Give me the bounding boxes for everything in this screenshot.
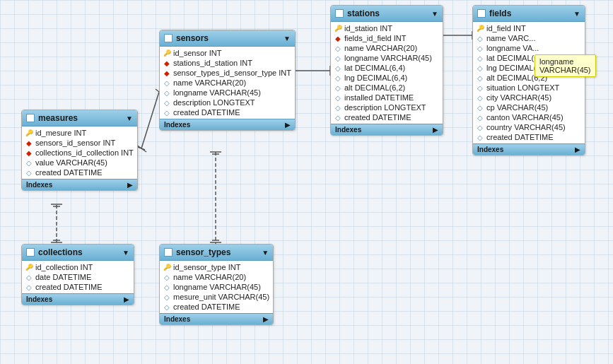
field-name: created DATETIME	[35, 283, 103, 291]
field-icon-diamond: ◇	[477, 45, 484, 52]
field-name: longname VA...	[486, 44, 539, 52]
table-fields[interactable]: fields▼🔑id_field INT◇name VARC...◇longna…	[472, 5, 585, 155]
field-name: collections_id_collection INT	[35, 148, 134, 157]
table-row: ◇canton VARCHAR(45)	[473, 112, 585, 122]
field-icon-diamond: ◇	[25, 283, 33, 290]
table-row: ◇country VARCHAR(45)	[473, 122, 585, 132]
field-name: description LONGTEXT	[173, 98, 255, 107]
header-arrow-icon[interactable]: ▼	[262, 249, 269, 257]
table-body-sensor_types: 🔑id_sensor_type INT◇name VARCHAR(20)◇lon…	[160, 261, 273, 313]
field-name: created DATETIME	[173, 303, 240, 311]
table-row: ◇mesure_unit VARCHAR(45)	[160, 292, 273, 302]
header-arrow-icon[interactable]: ▼	[431, 10, 438, 18]
header-arrow-icon[interactable]: ▼	[573, 10, 580, 18]
header-arrow-icon[interactable]: ▼	[126, 115, 133, 122]
table-icon	[26, 114, 35, 122]
tooltip: longnameVARCHAR(45)	[535, 54, 596, 77]
field-icon-fk: ◆	[334, 35, 341, 42]
table-sensor_types[interactable]: sensor_types▼🔑id_sensor_type INT◇name VA…	[159, 244, 274, 325]
field-icon-diamond: ◇	[477, 134, 484, 141]
table-row: ◇installed DATETIME	[331, 93, 443, 102]
table-footer-measures[interactable]: Indexes▶	[22, 179, 137, 190]
field-name: installed DATETIME	[344, 93, 414, 102]
table-footer-collections[interactable]: Indexes▶	[22, 293, 134, 305]
table-header-fields[interactable]: fields▼	[473, 6, 585, 22]
field-name: id_collection INT	[35, 263, 93, 271]
field-icon-diamond: ◇	[477, 114, 484, 121]
field-name: cp VARCHAR(45)	[486, 103, 548, 112]
field-icon-pk: 🔑	[163, 264, 170, 271]
table-footer-fields[interactable]: Indexes▶	[473, 143, 585, 155]
table-title-sensors: sensors	[176, 33, 280, 43]
table-row: ◇name VARC...	[473, 33, 585, 43]
field-icon-diamond: ◇	[334, 74, 341, 81]
field-icon-diamond: ◇	[163, 303, 170, 310]
table-body-measures: 🔑id_mesure INT◆sensors_id_sensor INT◆col…	[22, 127, 137, 179]
field-name: alt DECIMAL(6,2)	[344, 83, 405, 92]
field-icon-pk: 🔑	[163, 49, 170, 57]
field-name: date DATETIME	[35, 273, 91, 281]
field-name: id_sensor_type INT	[173, 263, 240, 271]
table-title-stations: stations	[347, 8, 428, 18]
table-row: ◇created DATETIME	[160, 107, 295, 117]
table-sensors[interactable]: sensors▼🔑id_sensor INT◆stations_id_stati…	[159, 30, 296, 131]
table-icon	[164, 248, 173, 257]
table-row: ◇longname VARCHAR(45)	[331, 53, 443, 63]
field-name: lng DECIMAL(6,4)	[344, 74, 407, 82]
table-body-fields: 🔑id_field INT◇name VARC...◇longname VA..…	[473, 22, 585, 143]
table-collections[interactable]: collections▼🔑id_collection INT◇date DATE…	[21, 244, 134, 305]
field-icon-diamond: ◇	[163, 109, 170, 116]
footer-arrow-icon[interactable]: ▶	[263, 315, 269, 323]
footer-arrow-icon[interactable]: ▶	[285, 121, 291, 129]
svg-line-8	[141, 92, 159, 148]
field-icon-diamond: ◇	[163, 89, 170, 96]
field-name: id_sensor INT	[173, 49, 221, 57]
table-header-stations[interactable]: stations▼	[331, 6, 443, 22]
table-row: ◇lng DECIMAL(6,4)	[331, 73, 443, 83]
footer-arrow-icon[interactable]: ▶	[124, 295, 129, 303]
field-name: city VARCHAR(45)	[486, 93, 551, 102]
table-row: 🔑id_sensor INT	[160, 48, 295, 58]
field-icon-diamond: ◇	[477, 64, 484, 71]
table-header-measures[interactable]: measures▼	[22, 110, 137, 127]
table-measures[interactable]: measures▼🔑id_mesure INT◆sensors_id_senso…	[21, 110, 138, 191]
field-name: name VARCHAR(20)	[173, 78, 246, 87]
table-title-sensor_types: sensor_types	[176, 247, 258, 257]
table-row: ◇longname VA...	[473, 43, 585, 53]
table-stations[interactable]: stations▼🔑id_station INT◆fields_id_field…	[330, 5, 443, 136]
field-name: longname VARCHAR(45)	[173, 283, 261, 291]
header-arrow-icon[interactable]: ▼	[122, 249, 129, 257]
table-header-sensors[interactable]: sensors▼	[160, 30, 295, 47]
footer-arrow-icon[interactable]: ▶	[433, 126, 438, 134]
tooltip-text: longnameVARCHAR(45)	[539, 57, 591, 74]
table-row: ◆sensor_types_id_sensor_type INT	[160, 68, 295, 78]
field-name: longname VARCHAR(45)	[344, 54, 432, 62]
table-row: ◇description LONGTEXT	[160, 98, 295, 107]
footer-arrow-icon[interactable]: ▶	[575, 146, 580, 153]
table-header-sensor_types[interactable]: sensor_types▼	[160, 245, 273, 261]
field-name: sensors_id_sensor INT	[35, 139, 115, 147]
table-footer-stations[interactable]: Indexes▶	[331, 124, 443, 135]
table-row: ◇date DATETIME	[22, 272, 134, 282]
field-name: fields_id_field INT	[344, 34, 406, 42]
field-name: name VARC...	[486, 34, 536, 42]
table-row: ◆fields_id_field INT	[331, 33, 443, 43]
table-header-collections[interactable]: collections▼	[22, 245, 134, 261]
table-row: ◇situation LONGTEXT	[473, 83, 585, 93]
indexes-label: Indexes	[26, 181, 52, 189]
field-icon-fk: ◆	[25, 139, 33, 146]
table-title-fields: fields	[489, 8, 570, 18]
header-arrow-icon[interactable]: ▼	[284, 35, 291, 42]
table-footer-sensors[interactable]: Indexes▶	[160, 119, 295, 130]
field-name: created DATETIME	[35, 168, 103, 177]
field-icon-diamond: ◇	[334, 94, 341, 101]
table-footer-sensor_types[interactable]: Indexes▶	[160, 313, 273, 324]
field-name: id_field INT	[486, 24, 526, 33]
indexes-label: Indexes	[164, 315, 190, 323]
table-row: ◇name VARCHAR(20)	[331, 43, 443, 53]
field-icon-diamond: ◇	[477, 84, 484, 91]
field-icon-diamond: ◇	[25, 169, 33, 176]
field-icon-diamond: ◇	[163, 274, 170, 281]
footer-arrow-icon[interactable]: ▶	[127, 181, 133, 189]
table-row: ◇name VARCHAR(20)	[160, 272, 273, 282]
